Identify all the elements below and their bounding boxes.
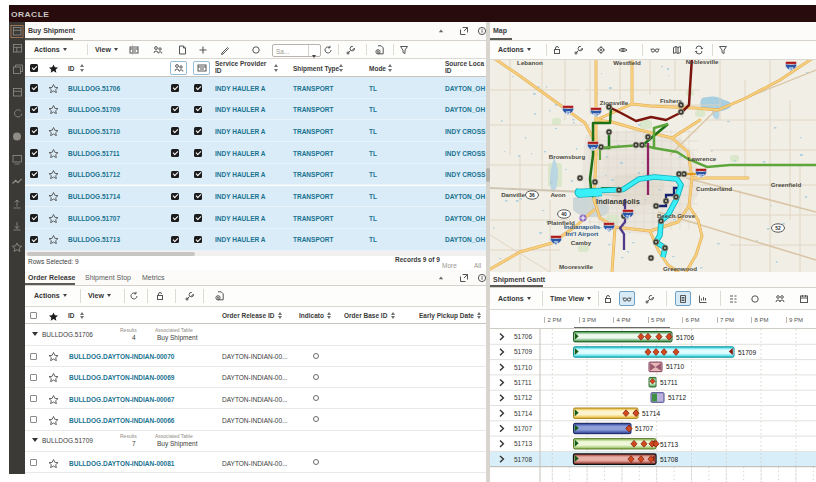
svg-text:51713: 51713 xyxy=(514,440,532,447)
svg-text:Greenwood: Greenwood xyxy=(663,265,697,272)
svg-text:51714: 51714 xyxy=(514,410,532,417)
svg-text:Avon: Avon xyxy=(550,191,565,198)
svg-text:51714: 51714 xyxy=(642,410,660,417)
svg-text:Zionsville: Zionsville xyxy=(600,99,629,106)
svg-text:465: 465 xyxy=(606,227,614,232)
svg-text:51709: 51709 xyxy=(738,349,756,356)
svg-text:Indianapolis: Indianapolis xyxy=(596,197,640,206)
svg-text:51709: 51709 xyxy=(514,348,532,355)
svg-text:40: 40 xyxy=(561,212,567,217)
svg-text:51711: 51711 xyxy=(514,379,532,386)
svg-text:Westfield: Westfield xyxy=(613,60,641,66)
svg-text:865: 865 xyxy=(593,112,601,117)
svg-text:51708: 51708 xyxy=(660,456,678,463)
svg-text:Camby: Camby xyxy=(571,239,592,246)
svg-text:Fishers: Fishers xyxy=(660,97,683,104)
svg-text:51707: 51707 xyxy=(514,425,532,432)
svg-text:465: 465 xyxy=(698,173,706,178)
svg-text:Danville: Danville xyxy=(501,191,525,198)
svg-text:65: 65 xyxy=(591,146,596,151)
svg-text:51710: 51710 xyxy=(514,364,532,371)
svg-text:51706: 51706 xyxy=(514,333,532,340)
svg-text:Int'l Airport: Int'l Airport xyxy=(566,230,599,237)
svg-text:51706: 51706 xyxy=(676,334,694,341)
svg-text:Mooresville: Mooresville xyxy=(559,263,594,270)
svg-text:51708: 51708 xyxy=(514,456,532,463)
svg-text:52: 52 xyxy=(775,226,781,231)
svg-text:Greenfield: Greenfield xyxy=(771,181,802,188)
svg-text:36: 36 xyxy=(529,193,535,198)
svg-text:51710: 51710 xyxy=(666,363,684,370)
svg-text:Cumberland: Cumberland xyxy=(696,185,732,192)
svg-text:51707: 51707 xyxy=(635,425,653,432)
svg-text:Brownsburg: Brownsburg xyxy=(549,153,586,160)
svg-text:Indianapolis: Indianapolis xyxy=(564,223,601,230)
svg-text:74: 74 xyxy=(626,214,631,219)
svg-text:51713: 51713 xyxy=(660,441,678,448)
svg-text:Beech Grove: Beech Grove xyxy=(657,212,696,219)
svg-text:Lawrence: Lawrence xyxy=(688,155,717,162)
svg-text:65: 65 xyxy=(566,110,571,115)
svg-text:51712: 51712 xyxy=(668,394,686,401)
svg-text:51712: 51712 xyxy=(514,394,532,401)
svg-text:69: 69 xyxy=(789,66,794,71)
svg-text:Lebanon: Lebanon xyxy=(517,60,543,66)
svg-text:70: 70 xyxy=(554,240,559,245)
svg-text:51711: 51711 xyxy=(660,379,678,386)
svg-text:Noblesville: Noblesville xyxy=(686,60,719,65)
